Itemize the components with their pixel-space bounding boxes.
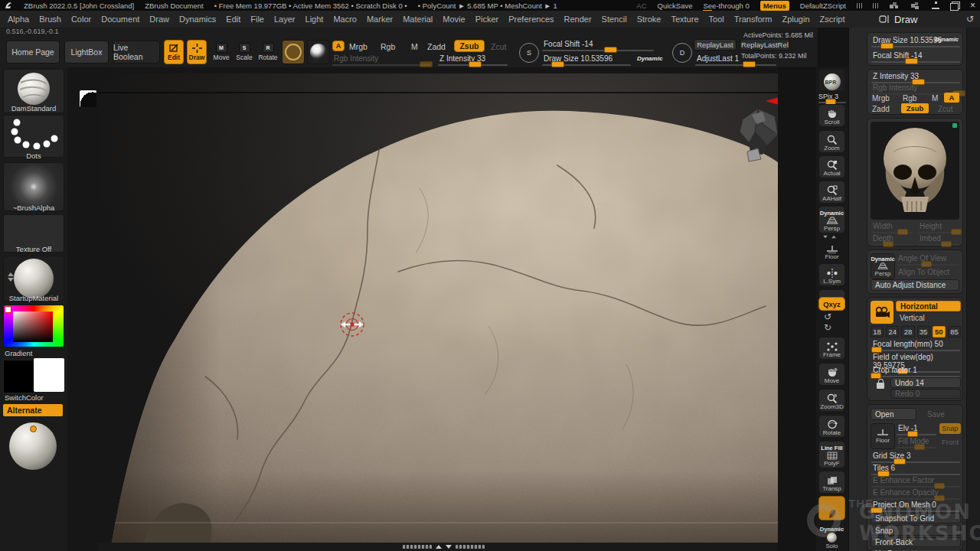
zadd-toggle[interactable]: Zadd <box>427 42 446 51</box>
axis-x-icon[interactable] <box>766 96 778 106</box>
menu-color[interactable]: Color <box>71 15 91 24</box>
camera-button[interactable] <box>871 301 893 324</box>
aahalf-button[interactable]: AAHalf <box>818 181 845 204</box>
front-back-button[interactable]: Front-Back <box>871 537 961 547</box>
rotate-cw-icon[interactable]: ↻ <box>824 323 831 333</box>
canvas-scroll-handle[interactable] <box>403 545 485 549</box>
color-picker[interactable] <box>3 305 64 347</box>
imbed-slider[interactable]: Imbed <box>916 233 961 246</box>
floor-front-toggle[interactable]: Front <box>942 438 959 446</box>
undo-button[interactable]: Undo 14 <box>890 377 961 388</box>
preset-18[interactable]: 18 <box>871 326 884 337</box>
panel-zsub-toggle[interactable]: Zsub <box>901 103 929 113</box>
menu-brush[interactable]: Brush <box>39 15 61 24</box>
height-slider[interactable]: Height <box>916 221 961 233</box>
m-toggle[interactable]: M <box>411 42 418 51</box>
menu-tool[interactable]: Tool <box>709 15 724 24</box>
angle-of-view-slider[interactable]: Angle Of View <box>895 253 961 266</box>
snap-button[interactable]: Snap <box>871 525 961 536</box>
draw-button[interactable]: Draw <box>187 40 207 64</box>
camera-lock-button[interactable] <box>872 379 889 397</box>
auto-adjust-distance-button[interactable]: Auto Adjust Distance <box>871 279 959 291</box>
open-button[interactable]: Open <box>871 408 916 420</box>
menu-marker[interactable]: Marker <box>367 15 393 24</box>
menu-light[interactable]: Light <box>305 15 324 24</box>
tray-toggle-right-icon[interactable] <box>873 3 878 8</box>
stroke-icon[interactable]: S <box>519 43 539 63</box>
z-intensity-slider[interactable]: Z Intensity 33 <box>436 54 509 66</box>
quicksave-button[interactable]: QuickSave <box>658 2 693 10</box>
e-enhance-factor-slider[interactable]: E Enhance Factor <box>870 475 962 487</box>
restore-button[interactable] <box>950 2 959 9</box>
frame-button[interactable]: Frame <box>818 337 845 360</box>
bpr-button[interactable]: BPR <box>818 69 845 92</box>
menu-layer[interactable]: Layer <box>274 15 296 24</box>
preset-85[interactable]: 85 <box>948 326 961 337</box>
elv-slider[interactable]: Elv -1 <box>895 423 938 435</box>
snapshot-to-grid-button[interactable]: Snapshot To Grid <box>871 513 961 523</box>
secondary-color-swatch[interactable] <box>34 358 64 392</box>
spix-slider[interactable]: SPix 3 <box>817 93 848 103</box>
axis-gizmo[interactable] <box>764 89 778 135</box>
floor-button[interactable]: Floor <box>818 241 845 261</box>
depth-slider[interactable]: Depth <box>870 233 914 246</box>
color-saturation-square[interactable] <box>13 311 53 342</box>
tray-toggle-left-icon[interactable] <box>857 3 862 8</box>
grid-size-slider[interactable]: Grid Size 3 <box>870 451 962 463</box>
document-viewport[interactable] <box>98 73 778 543</box>
move-3d-button[interactable]: Move <box>818 363 845 386</box>
ghost-button[interactable] <box>818 496 845 520</box>
see-through-slider[interactable]: See-through 0 <box>703 2 749 10</box>
rotate-ccw-icon[interactable]: ↺ <box>824 312 831 322</box>
menu-stroke[interactable]: Stroke <box>637 15 662 24</box>
transparency-button[interactable]: Transp <box>818 471 845 494</box>
close-button[interactable]: × <box>970 2 975 9</box>
redo-button[interactable]: Redo 0 <box>890 389 961 399</box>
polymesh-group2-icon[interactable] <box>910 2 921 10</box>
alternate-button[interactable]: Alternate <box>3 404 63 416</box>
menu-stencil[interactable]: Stencil <box>602 15 627 24</box>
skull-sculpt[interactable] <box>98 73 778 543</box>
edit-button[interactable]: Edit <box>164 40 184 64</box>
current-brush-button[interactable] <box>282 40 305 64</box>
menus-button[interactable]: Menus <box>760 1 789 11</box>
menu-render[interactable]: Render <box>564 15 592 24</box>
polyframe-button[interactable]: Line Fill PolyF <box>818 441 845 468</box>
save-button[interactable]: Save <box>927 410 945 419</box>
panel-scroll-gutter[interactable] <box>966 28 980 551</box>
menu-picker[interactable]: Picker <box>475 15 499 24</box>
fill-mode-slider[interactable]: Fill Mode <box>895 436 938 448</box>
menu-transform[interactable]: Transform <box>734 15 773 24</box>
menu-edit[interactable]: Edit <box>226 15 240 24</box>
restore-default-icon[interactable]: ↺ <box>966 14 974 24</box>
canvas-area[interactable] <box>67 67 778 551</box>
vertical-toggle[interactable]: Vertical <box>900 314 925 322</box>
panel-rgb-toggle[interactable]: Rgb <box>903 94 916 103</box>
draw-size-slider[interactable]: Draw Size 10.53596 <box>541 54 632 66</box>
qxyz-button[interactable]: Qxyz <box>818 297 845 311</box>
focal-shift-slider[interactable]: Focal Shift -14 <box>541 39 655 51</box>
floor-axis-toggles[interactable] <box>822 235 837 239</box>
align-to-object-toggle[interactable]: Align To Object <box>898 268 949 276</box>
panel-focal-shift-slider[interactable]: Focal Shift -14 <box>870 51 962 63</box>
menu-alpha[interactable]: Alpha <box>8 15 29 24</box>
current-tool-preview[interactable] <box>9 422 57 470</box>
solo-button[interactable]: Dynamic Solo <box>818 523 845 550</box>
preset-35[interactable]: 35 <box>917 326 930 337</box>
zsub-toggle[interactable]: Zsub <box>454 40 485 52</box>
rotate-3d-button[interactable]: Rotate <box>818 415 845 438</box>
rotate-button[interactable]: R Rotate <box>257 40 279 64</box>
replay-last-rel-button[interactable]: ReplayLastRel <box>740 39 790 51</box>
menu-zscript[interactable]: Zscript <box>820 15 845 24</box>
live-boolean-button[interactable]: Live Boolean <box>113 41 160 64</box>
zcut-toggle[interactable]: Zcut <box>491 42 506 51</box>
width-slider[interactable]: Width <box>870 221 914 233</box>
crop-factor-slider[interactable]: Crop factor 1 <box>870 365 962 377</box>
actual-button[interactable]: Actual <box>818 155 845 178</box>
panel-zadd-toggle[interactable]: Zadd <box>872 105 890 113</box>
polymesh-group-icon[interactable] <box>889 2 900 10</box>
preset-28[interactable]: 28 <box>901 326 914 337</box>
e-enhance-opacity-slider[interactable]: E Enhance Opacity <box>870 487 962 500</box>
menu-draw[interactable]: Draw <box>149 15 169 24</box>
main-color-swatch[interactable] <box>3 360 34 393</box>
